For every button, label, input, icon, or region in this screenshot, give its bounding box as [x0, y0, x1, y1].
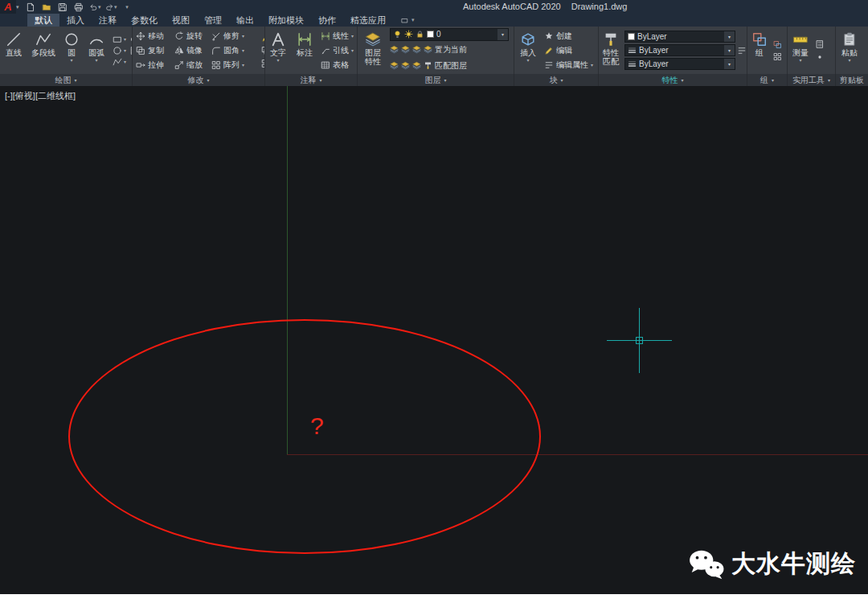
- panel-title-draw[interactable]: 绘图▾: [0, 74, 133, 86]
- circle-tool-button[interactable]: ▾: [113, 46, 126, 55]
- match-properties-button[interactable]: 特性 匹配: [599, 27, 623, 74]
- chevron-down-icon[interactable]: ▾: [724, 59, 735, 69]
- tab-insert[interactable]: 插入: [59, 14, 92, 27]
- tab-addins[interactable]: 附加模块: [261, 14, 311, 27]
- layer-on-bulb-icon[interactable]: [393, 30, 402, 39]
- layer-properties-button[interactable]: 图层 特性: [358, 27, 388, 74]
- tab-home[interactable]: 默认: [27, 14, 59, 27]
- copy-button[interactable]: 复制: [136, 43, 174, 58]
- panel-title-utilities[interactable]: 实用工具▾: [788, 74, 836, 86]
- line-icon: [6, 31, 22, 48]
- make-current-button[interactable]: 置为当前: [424, 43, 467, 57]
- rotate-icon: [174, 31, 184, 41]
- question-mark-annotation[interactable]: ?: [310, 412, 324, 440]
- insert-block-icon: [520, 31, 536, 48]
- scale-button[interactable]: 缩放: [174, 58, 211, 72]
- quick-calc-icon[interactable]: [815, 39, 825, 49]
- object-color-dropdown[interactable]: ByLayer ▾: [624, 31, 735, 43]
- layer-tool-icon[interactable]: [390, 61, 399, 70]
- chevron-down-icon: ▾: [98, 4, 101, 10]
- rotate-button[interactable]: 旋转: [174, 29, 211, 43]
- redo-button[interactable]: ▾: [105, 1, 117, 13]
- layer-select-dropdown[interactable]: 0 ▾: [390, 28, 509, 41]
- utilities-extra-tools: [815, 39, 825, 62]
- save-button[interactable]: [57, 1, 69, 13]
- edit-attributes-button[interactable]: 编辑属性▾: [544, 58, 593, 72]
- edit-block-button[interactable]: 编辑: [544, 43, 593, 58]
- tab-annotate[interactable]: 注释: [92, 14, 124, 27]
- tab-collaborate[interactable]: 协作: [311, 14, 343, 27]
- measure-icon: [792, 31, 809, 48]
- print-button[interactable]: [73, 1, 85, 13]
- linetype-dropdown[interactable]: ByLayer ▾: [624, 58, 735, 70]
- layer-tool-icon[interactable]: [390, 45, 399, 54]
- chevron-down-icon[interactable]: ▾: [497, 29, 508, 40]
- insert-block-button[interactable]: 插入 ▾: [514, 27, 542, 74]
- id-point-icon[interactable]: [815, 52, 825, 62]
- undo-button[interactable]: ▾: [89, 1, 101, 13]
- open-file-button[interactable]: [41, 1, 53, 13]
- panel-title-modify[interactable]: 修改▾: [133, 74, 265, 86]
- arc-button[interactable]: 圆弧 ▾: [84, 27, 109, 74]
- dimension-button[interactable]: 标注: [291, 27, 318, 74]
- copy-icon: [136, 46, 145, 55]
- paste-button[interactable]: 粘贴 ▾: [836, 27, 863, 74]
- ungroup-icon[interactable]: [773, 40, 782, 49]
- panel-title-annotation[interactable]: 注释▾: [265, 74, 358, 86]
- fillet-button[interactable]: 圆角▾: [211, 43, 260, 58]
- trim-button[interactable]: 修剪▾: [211, 29, 260, 43]
- group-button[interactable]: 组: [747, 27, 772, 74]
- app-title: Autodesk AutoCAD 2020: [463, 2, 561, 11]
- move-button[interactable]: 移动: [136, 29, 174, 43]
- tab-view[interactable]: 视图: [165, 14, 197, 27]
- tab-featured-apps[interactable]: 精选应用: [343, 14, 393, 27]
- layer-tool-icon[interactable]: [412, 61, 421, 70]
- viewport-controls[interactable]: [-][俯视][二维线框]: [5, 90, 76, 102]
- linear-dimension-button[interactable]: 线性▾: [321, 29, 354, 43]
- line-button[interactable]: 直线: [0, 27, 27, 74]
- table-label: 表格: [333, 59, 349, 71]
- mirror-button[interactable]: 镜像: [174, 43, 211, 58]
- leader-button[interactable]: 引线▾: [321, 43, 354, 58]
- circle-button[interactable]: 圆 ▾: [59, 27, 84, 74]
- panel-title-groups[interactable]: 组▾: [747, 74, 788, 86]
- layer-tool-icon[interactable]: [412, 45, 421, 54]
- panel-title-clipboard[interactable]: 剪贴板: [836, 74, 868, 86]
- text-button[interactable]: 文字 ▾: [265, 27, 291, 74]
- stretch-button[interactable]: 拉伸: [136, 58, 174, 72]
- lineweight-dropdown[interactable]: ByLayer ▾: [624, 44, 735, 56]
- chevron-down-icon[interactable]: ▾: [724, 31, 735, 42]
- layer-tool-icon[interactable]: [401, 61, 410, 70]
- tab-output[interactable]: 输出: [229, 14, 261, 27]
- autocad-logo-icon[interactable]: A: [0, 0, 16, 14]
- polyline-button[interactable]: 多段线: [27, 27, 59, 74]
- tab-manage[interactable]: 管理: [197, 14, 229, 27]
- panel-title-properties[interactable]: 特性▾: [599, 74, 747, 86]
- group-edit-icon[interactable]: [773, 52, 782, 61]
- spline-button[interactable]: ▾: [113, 57, 126, 67]
- rectangle-button[interactable]: ▾: [113, 35, 126, 44]
- chevron-down-icon[interactable]: ▾: [724, 45, 735, 55]
- array-button[interactable]: 阵列▾: [211, 58, 260, 72]
- layer-color-swatch[interactable]: [427, 31, 434, 38]
- ribbon-style-icon[interactable]: [401, 17, 408, 24]
- chevron-down-icon[interactable]: ▾: [411, 17, 415, 23]
- drawn-ellipse[interactable]: [68, 319, 541, 554]
- tab-parametric[interactable]: 参数化: [124, 14, 165, 27]
- properties-list-icon[interactable]: [737, 46, 747, 55]
- create-block-button[interactable]: 创建: [544, 29, 593, 43]
- layer-lock-icon[interactable]: [416, 30, 424, 39]
- panel-title-block[interactable]: 块▾: [514, 74, 599, 86]
- trim-label: 修剪: [223, 31, 240, 42]
- chevron-down-icon[interactable]: ▾: [16, 4, 19, 10]
- layer-tool-icon[interactable]: [401, 45, 410, 54]
- layer-freeze-sun-icon[interactable]: [404, 30, 413, 39]
- match-layer-button[interactable]: 匹配图层: [424, 59, 467, 73]
- panel-title-layers[interactable]: 图层▾: [358, 74, 514, 86]
- new-file-button[interactable]: [25, 1, 37, 13]
- customize-quick-access-button[interactable]: ▾: [121, 1, 133, 13]
- drawing-canvas[interactable]: [-][俯视][二维线框] ? 大水牛测绘: [0, 86, 868, 594]
- table-button[interactable]: 表格: [321, 58, 354, 72]
- draw-extra-tools: ▾ ▾ ▾ ▾ ▾ ▾: [113, 35, 133, 67]
- measure-button[interactable]: 测量 ▾: [788, 27, 813, 74]
